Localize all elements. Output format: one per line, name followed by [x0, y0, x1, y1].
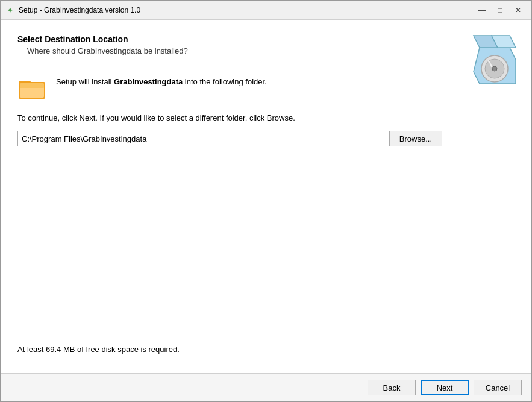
minimize-button[interactable]: — — [474, 4, 490, 17]
cancel-button[interactable]: Cancel — [474, 380, 522, 395]
path-row: Browse... — [17, 131, 442, 146]
folder-icon — [17, 72, 46, 101]
bottom-bar: Back Next Cancel — [1, 373, 531, 401]
app-icon: ✦ — [5, 5, 15, 15]
destination-path-input[interactable] — [17, 131, 383, 146]
app-name-highlight: GrabInvestingdata — [114, 77, 183, 86]
header-section: Select Destination Location Where should… — [17, 34, 442, 55]
spacer — [17, 159, 442, 345]
svg-point-9 — [492, 66, 497, 71]
back-button[interactable]: Back — [368, 380, 416, 395]
main-content: Select Destination Location Where should… — [1, 20, 459, 373]
instruction-text: To continue, click Next. If you would li… — [17, 113, 442, 122]
install-info-box: Setup will install GrabInvestingdata int… — [17, 72, 442, 101]
package-graphic — [468, 30, 522, 96]
maximize-button[interactable]: □ — [492, 4, 509, 17]
svg-rect-3 — [20, 83, 44, 88]
next-button[interactable]: Next — [421, 380, 469, 395]
window-title: Setup - GrabInvestingdata version 1.0 — [19, 6, 474, 14]
content-area: Select Destination Location Where should… — [1, 20, 531, 373]
window-controls: — □ ✕ — [474, 4, 527, 17]
title-bar: ✦ Setup - GrabInvestingdata version 1.0 … — [1, 1, 531, 20]
section-subtitle: Where should GrabInvestingdata be instal… — [27, 46, 442, 55]
disk-space-text: At least 69.4 MB of free disk space is r… — [17, 345, 442, 354]
close-button[interactable]: ✕ — [510, 4, 527, 17]
install-info-text: Setup will install GrabInvestingdata int… — [56, 72, 267, 86]
browse-button[interactable]: Browse... — [389, 131, 442, 146]
section-title: Select Destination Location — [17, 34, 442, 44]
right-graphic — [459, 20, 531, 373]
setup-window: ✦ Setup - GrabInvestingdata version 1.0 … — [0, 0, 532, 402]
